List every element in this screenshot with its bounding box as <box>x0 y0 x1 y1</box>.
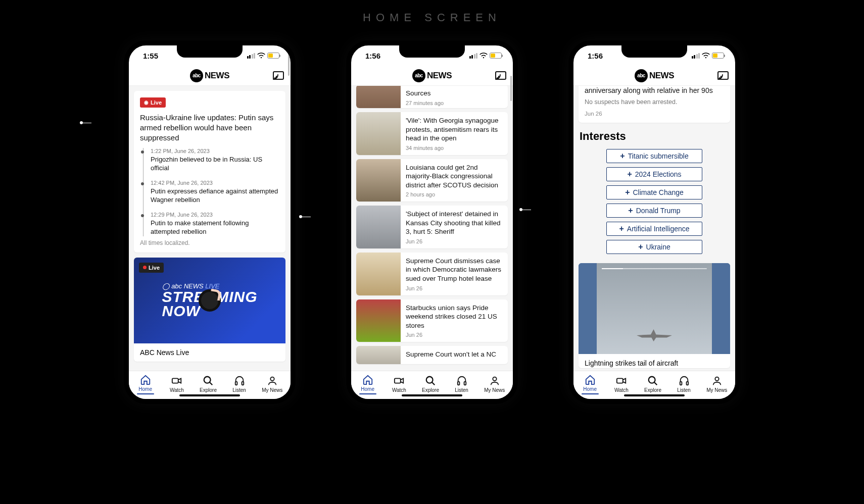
timezone-note: All times localized. <box>140 239 279 246</box>
search-icon <box>425 375 436 386</box>
logo-word: NEWS <box>427 71 452 81</box>
tab-home[interactable]: Home <box>359 374 376 394</box>
svg-point-8 <box>426 377 433 383</box>
tab-watch[interactable]: Watch <box>614 375 629 393</box>
battery-icon <box>490 53 502 59</box>
tab-mynews[interactable]: My News <box>706 375 727 393</box>
list-title: Louisiana could get 2nd majority-Black c… <box>406 163 503 190</box>
tab-watch[interactable]: Watch <box>392 375 406 393</box>
logo-mark: abc <box>190 69 203 82</box>
cellular-icon <box>692 53 700 59</box>
video-camera-icon <box>394 375 405 386</box>
tab-label: My News <box>484 387 505 393</box>
interest-chip[interactable]: +Climate Change <box>606 185 702 199</box>
list-time: Jun 26 <box>406 238 503 244</box>
app-logo: abc NEWS <box>412 69 452 82</box>
tab-explore[interactable]: Explore <box>644 375 661 393</box>
svg-rect-15 <box>680 382 682 385</box>
svg-point-5 <box>270 377 274 381</box>
interest-chip-list: +Titanic submersible +2024 Elections +Cl… <box>579 149 730 254</box>
cellular-icon <box>469 53 478 59</box>
headphones-icon <box>456 375 467 386</box>
video-camera-icon <box>171 375 182 386</box>
tab-home[interactable]: Home <box>582 374 599 394</box>
timeline-item[interactable]: 12:29 PM, June 26, 2023 Putin to make st… <box>151 212 279 236</box>
interest-chip[interactable]: +Titanic submersible <box>606 149 702 163</box>
tab-watch[interactable]: Watch <box>170 375 184 393</box>
news-list-item[interactable]: Starbucks union says Pride weekend strik… <box>356 299 508 342</box>
phone-mock-2: 1:56 abc NEWS Sources 27 minutes ago <box>346 40 518 404</box>
svg-rect-3 <box>235 382 237 385</box>
tab-label: Home <box>583 386 597 392</box>
video-title: Lightning strikes tail of aircraft <box>579 354 730 368</box>
page-heading: HOME SCREEN <box>363 11 501 24</box>
news-list-item[interactable]: Sources 27 minutes ago <box>356 86 508 108</box>
tab-label: Explore <box>422 387 439 393</box>
thumbnail <box>356 159 401 202</box>
video-progress <box>602 268 707 269</box>
cast-icon[interactable] <box>272 70 284 82</box>
live-story-card[interactable]: Live Russia-Ukraine live updates: Putin … <box>134 91 285 253</box>
list-title: Sources <box>406 89 503 98</box>
list-title: 'Subject of interest' detained in Kansas… <box>406 210 503 236</box>
tab-home[interactable]: Home <box>137 374 154 394</box>
svg-rect-9 <box>457 382 459 385</box>
tab-label: Listen <box>455 387 468 393</box>
app-header: abc NEWS <box>129 66 291 86</box>
tab-label: Watch <box>392 387 406 393</box>
svg-rect-10 <box>464 382 466 385</box>
scrollbar-icon <box>510 86 512 101</box>
cast-icon[interactable] <box>717 70 729 82</box>
timeline-time: 1:22 PM, June 26, 2023 <box>151 148 279 154</box>
content-area: anniversary along with relative in her 9… <box>573 86 735 371</box>
cast-icon[interactable] <box>495 70 507 82</box>
home-icon <box>140 374 151 385</box>
interest-chip[interactable]: +Artificial Intelligence <box>606 222 702 236</box>
headline: Russia-Ukraine live updates: Putin says … <box>140 113 279 143</box>
tab-mynews[interactable]: My News <box>484 375 505 393</box>
news-list-item[interactable]: Supreme Court dismisses case in which De… <box>356 253 508 295</box>
article-card-partial[interactable]: anniversary along with relative in her 9… <box>579 86 730 123</box>
news-list-item[interactable]: Supreme Court won't let a NC <box>356 346 508 364</box>
tab-label: Watch <box>614 387 629 393</box>
list-time: 27 minutes ago <box>406 100 503 106</box>
video-hero[interactable]: Live ◯ abc NEWS LIVE STREAMING NOW <box>134 258 285 343</box>
thumbnail <box>356 253 401 295</box>
article-title: anniversary along with relative in her 9… <box>585 86 724 95</box>
phone-mock-1: 1:55 abc NEWS Live Russia-Ukraine live u… <box>124 40 296 404</box>
video-card[interactable]: Lightning strikes tail of aircraft <box>579 263 730 368</box>
annotation-line <box>82 123 91 123</box>
interest-chip[interactable]: +2024 Elections <box>606 167 702 181</box>
thumbnail <box>356 299 401 342</box>
content-area: Live Russia-Ukraine live updates: Putin … <box>129 86 291 371</box>
timeline-item[interactable]: 12:42 PM, June 26, 2023 Putin expresses … <box>151 180 279 205</box>
news-list-item[interactable]: 'Subject of interest' detained in Kansas… <box>356 206 508 248</box>
video-thumbnail[interactable] <box>579 263 730 354</box>
tab-explore[interactable]: Explore <box>422 375 439 393</box>
svg-point-11 <box>493 377 496 381</box>
app-header: abc NEWS <box>351 66 513 86</box>
content-area: Sources 27 minutes ago 'Vile': With Geor… <box>351 86 513 371</box>
list-title: 'Vile': With Georgia synagogue protests,… <box>406 116 503 143</box>
tab-mynews[interactable]: My News <box>262 375 282 393</box>
svg-point-2 <box>204 377 211 383</box>
tab-label: Watch <box>170 387 184 393</box>
tab-label: Explore <box>200 387 217 393</box>
svg-point-17 <box>715 377 718 381</box>
tab-listen[interactable]: Listen <box>677 375 691 393</box>
thumbnail <box>356 346 401 364</box>
interest-chip[interactable]: +Donald Trump <box>606 204 702 218</box>
live-video-card[interactable]: Live ◯ abc NEWS LIVE STREAMING NOW ABC N… <box>134 258 285 362</box>
person-icon <box>267 375 278 386</box>
tab-listen[interactable]: Listen <box>455 375 468 393</box>
news-list-item[interactable]: 'Vile': With Georgia synagogue protests,… <box>356 112 508 155</box>
svg-rect-16 <box>686 382 688 385</box>
interests-heading: Interests <box>580 130 729 143</box>
tab-listen[interactable]: Listen <box>232 375 246 393</box>
tab-explore[interactable]: Explore <box>200 375 217 393</box>
interest-chip[interactable]: +Ukraine <box>606 240 702 254</box>
timeline-item[interactable]: 1:22 PM, June 26, 2023 Prigozhin believe… <box>151 148 279 173</box>
device-notch <box>177 45 243 58</box>
thumbnail <box>356 206 401 248</box>
news-list-item[interactable]: Louisiana could get 2nd majority-Black c… <box>356 159 508 202</box>
